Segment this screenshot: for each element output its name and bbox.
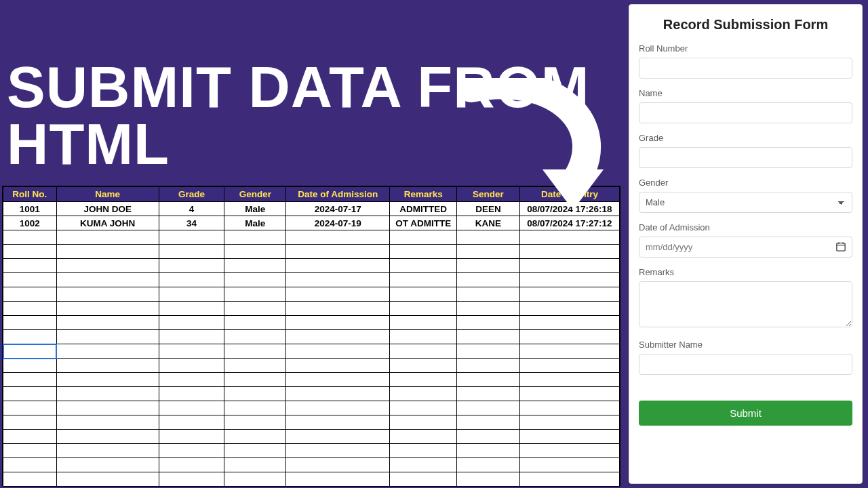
cell[interactable] — [159, 472, 224, 487]
roll-number-input[interactable] — [639, 58, 852, 79]
cell[interactable] — [3, 472, 57, 487]
cell[interactable] — [457, 230, 520, 245]
gender-select[interactable]: MaleFemaleOther — [639, 192, 852, 213]
cell[interactable] — [519, 444, 619, 458]
cell[interactable] — [224, 330, 286, 344]
cell[interactable] — [519, 230, 619, 245]
cell[interactable] — [519, 287, 619, 302]
cell[interactable] — [3, 387, 57, 401]
cell[interactable] — [519, 245, 619, 259]
cell[interactable] — [224, 259, 286, 273]
cell[interactable] — [286, 458, 390, 472]
cell[interactable] — [286, 444, 390, 458]
cell[interactable] — [519, 344, 619, 359]
cell[interactable] — [159, 444, 224, 458]
cell[interactable] — [286, 316, 390, 330]
cell[interactable]: Male — [224, 216, 286, 230]
cell[interactable] — [286, 387, 390, 401]
cell[interactable] — [457, 287, 520, 302]
cell[interactable] — [457, 316, 520, 330]
cell[interactable] — [457, 373, 520, 387]
cell[interactable]: ADMITTED — [390, 202, 457, 216]
cell[interactable] — [56, 387, 159, 401]
cell[interactable] — [3, 330, 57, 344]
cell[interactable] — [390, 330, 457, 344]
cell[interactable] — [224, 230, 286, 245]
cell[interactable] — [390, 430, 457, 444]
cell[interactable] — [286, 230, 390, 245]
cell[interactable] — [457, 273, 520, 287]
cell[interactable] — [286, 302, 390, 316]
cell[interactable] — [56, 273, 159, 287]
table-row[interactable] — [3, 302, 620, 316]
cell[interactable] — [286, 472, 390, 487]
cell[interactable] — [224, 245, 286, 259]
cell[interactable] — [56, 302, 159, 316]
cell[interactable] — [457, 330, 520, 344]
cell[interactable] — [3, 316, 57, 330]
cell[interactable] — [457, 444, 520, 458]
cell[interactable] — [224, 444, 286, 458]
grade-input[interactable] — [639, 147, 852, 168]
cell[interactable] — [159, 359, 224, 373]
cell[interactable] — [159, 330, 224, 344]
cell[interactable]: 2024-07-17 — [286, 202, 390, 216]
cell[interactable] — [390, 458, 457, 472]
cell[interactable] — [3, 415, 57, 430]
column-header[interactable]: Date of Entry — [519, 187, 619, 202]
cell[interactable] — [3, 359, 57, 373]
table-row[interactable] — [3, 373, 620, 387]
cell[interactable] — [286, 287, 390, 302]
cell[interactable] — [159, 344, 224, 359]
cell[interactable] — [519, 330, 619, 344]
table-row[interactable] — [3, 387, 620, 401]
cell[interactable] — [56, 458, 159, 472]
cell[interactable] — [519, 302, 619, 316]
cell[interactable] — [457, 430, 520, 444]
cell[interactable] — [159, 259, 224, 273]
cell[interactable] — [224, 287, 286, 302]
cell[interactable] — [457, 387, 520, 401]
cell[interactable] — [390, 245, 457, 259]
column-header[interactable]: Remarks — [390, 187, 457, 202]
cell[interactable] — [390, 302, 457, 316]
cell[interactable] — [56, 245, 159, 259]
cell[interactable] — [3, 444, 57, 458]
cell[interactable] — [159, 245, 224, 259]
table-row[interactable]: 1002KUMA JOHN34Male2024-07-19OT ADMITTEK… — [3, 216, 620, 230]
cell[interactable]: OT ADMITTE — [390, 216, 457, 230]
cell[interactable] — [519, 387, 619, 401]
table-row[interactable] — [3, 273, 620, 287]
table-row[interactable] — [3, 316, 620, 330]
cell[interactable]: KUMA JOHN — [56, 216, 159, 230]
table-row[interactable] — [3, 458, 620, 472]
cell[interactable]: 1001 — [3, 202, 57, 216]
cell[interactable] — [390, 387, 457, 401]
table-row[interactable] — [3, 344, 620, 359]
cell[interactable] — [224, 401, 286, 415]
cell[interactable] — [519, 401, 619, 415]
cell[interactable] — [3, 302, 57, 316]
cell[interactable]: 08/07/2024 17:27:12 — [519, 216, 619, 230]
cell[interactable] — [390, 373, 457, 387]
cell[interactable] — [56, 230, 159, 245]
cell[interactable] — [56, 359, 159, 373]
cell[interactable] — [56, 444, 159, 458]
cell[interactable] — [457, 472, 520, 487]
cell[interactable] — [519, 430, 619, 444]
cell[interactable]: JOHN DOE — [56, 202, 159, 216]
cell[interactable] — [390, 287, 457, 302]
cell[interactable] — [159, 273, 224, 287]
cell[interactable] — [224, 302, 286, 316]
cell[interactable] — [286, 373, 390, 387]
cell[interactable] — [56, 259, 159, 273]
cell[interactable]: 08/07/2024 17:26:18 — [519, 202, 619, 216]
table-row[interactable] — [3, 472, 620, 487]
cell[interactable] — [457, 359, 520, 373]
table-row[interactable] — [3, 230, 620, 245]
cell[interactable] — [224, 387, 286, 401]
cell[interactable] — [224, 344, 286, 359]
cell[interactable]: KANE — [457, 216, 520, 230]
table-row[interactable] — [3, 259, 620, 273]
cell[interactable] — [224, 430, 286, 444]
